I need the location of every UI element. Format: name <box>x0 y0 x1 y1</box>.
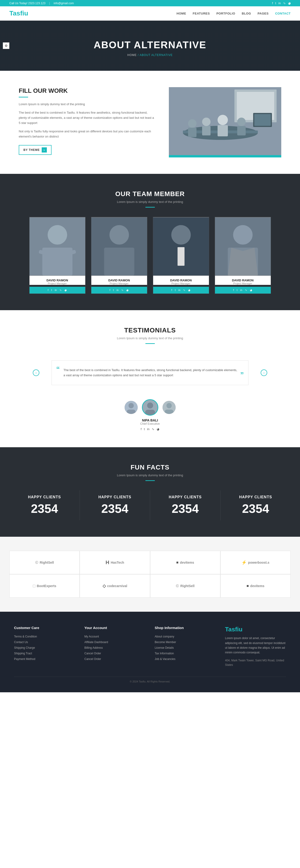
fill-work-body1: The best of the best is combined in Tasf… <box>19 110 155 126</box>
team-cards: DAVID RAMON Project Manager f t in ∿ ◕ <box>9 217 291 294</box>
footer-link-my-account[interactable]: My Account <box>84 634 145 638</box>
fact-1-label: HAPPY CLIENTS <box>14 495 75 499</box>
partner-2: H HasTech <box>79 551 150 574</box>
team-card-4-role: Project Manager <box>217 282 268 285</box>
social-t-icon[interactable]: t <box>237 289 237 292</box>
social-fb-icon[interactable]: f <box>141 427 142 431</box>
svg-point-37 <box>147 402 153 409</box>
testimonials-title: TESTIMONIALS <box>19 327 281 334</box>
fact-2: HAPPY CLIENTS 2354 <box>80 490 151 520</box>
social-rss-icon[interactable]: ∿ <box>60 289 62 292</box>
social-in-icon[interactable]: in <box>55 289 57 292</box>
svg-point-34 <box>128 403 133 408</box>
social-p-icon[interactable]: ◕ <box>188 289 190 292</box>
testimonial-person: NIPA BALI Chief Executive f t in ∿ ◕ <box>19 418 281 431</box>
social-rss-icon[interactable]: ∿ <box>183 289 185 292</box>
footer-link-cancel-order-2[interactable]: Cancel Order <box>84 657 145 661</box>
svg-rect-38 <box>145 410 155 415</box>
partners-grid: © RightSell H HasTech ■ devitems ⚡ power… <box>9 551 291 598</box>
nav-home[interactable]: HOME <box>176 11 186 15</box>
testimonial-person-name: NIPA BALI <box>19 418 281 422</box>
social-t-icon[interactable]: t <box>144 427 145 431</box>
social-in-icon[interactable]: in <box>147 427 149 431</box>
social-fb-icon[interactable]: f <box>110 289 110 292</box>
nav-features[interactable]: FEATURES <box>193 11 210 15</box>
social-in-icon[interactable]: in <box>240 289 242 292</box>
main-nav: HOME FEATURES PORTFOLIO BLOG PAGES CONTA… <box>176 11 291 15</box>
rss-icon[interactable]: ∿ <box>283 1 286 5</box>
social-fb-icon[interactable]: f <box>233 289 234 292</box>
footer-link-license[interactable]: License Details <box>155 646 216 649</box>
team-card-3-social: f t in ∿ ◕ <box>153 287 209 293</box>
testimonial-prev-button[interactable]: ‹ <box>33 369 39 376</box>
social-p-icon[interactable]: ◕ <box>157 427 159 431</box>
logo[interactable]: Tasfiu <box>9 10 28 17</box>
testimonials-section: TESTIMONIALS Lorem Ipsum is simply dummy… <box>0 310 300 447</box>
nav-pages[interactable]: PAGES <box>258 11 269 15</box>
footer-link-become-member[interactable]: Become Member <box>155 640 216 644</box>
social-p-icon[interactable]: ◕ <box>250 289 252 292</box>
fact-3: HAPPY CLIENTS 2354 <box>150 490 221 520</box>
footer-link-payment[interactable]: Payment Method <box>14 657 75 661</box>
fact-2-label: HAPPY CLIENTS <box>85 495 145 499</box>
fill-work-section: FILL OUR WORK Lorem Ipsum is simply dumm… <box>0 71 300 174</box>
by-theme-button[interactable]: BY THEME › <box>19 145 52 155</box>
social-rss-icon[interactable]: ∿ <box>245 289 247 292</box>
fun-facts-subtitle: Lorem Ipsum is simply dummy text of the … <box>9 473 291 477</box>
footer-link-shipping-charge[interactable]: Shipping Charge <box>14 646 75 649</box>
footer-link-tax[interactable]: Tax Information <box>155 651 216 655</box>
footer-link-terms[interactable]: Terms & Condition <box>14 634 75 638</box>
footer-link-affiliate-dashboard[interactable]: Affiliate Dashboard <box>84 640 145 644</box>
top-bar-phone: Call Us Today! 2323.123.123 <box>9 2 45 5</box>
team-card-3-info: DAVID RAMON Project Manager <box>153 276 209 285</box>
nav-contact[interactable]: CONTACT <box>275 11 291 15</box>
twitter-icon[interactable]: t <box>275 1 276 5</box>
social-in-icon[interactable]: in <box>178 289 180 292</box>
footer-link-jobs[interactable]: Job & Vacancies <box>155 657 216 661</box>
team-subtitle: Lorem Ipsum is simply dummy text of the … <box>9 200 291 204</box>
nav-portfolio[interactable]: PORTFOLIO <box>216 11 235 15</box>
partner-4-icon: ⚡ <box>241 560 246 565</box>
partner-5: □ BootExperts <box>9 574 79 598</box>
social-p-icon[interactable]: ◕ <box>64 289 67 292</box>
testimonials-subtitle: Lorem Ipsum is simply dummy text of the … <box>19 336 281 340</box>
arrow-icon: › <box>42 147 47 153</box>
linkedin-icon[interactable]: in <box>278 1 281 5</box>
svg-rect-6 <box>188 128 197 137</box>
top-bar-left: Call Us Today! 2323.123.123 | info@gmail… <box>9 2 74 5</box>
social-t-icon[interactable]: t <box>175 289 176 292</box>
footer-customer-care: Customer Care Terms & Condition Contact … <box>14 626 75 667</box>
social-in-icon[interactable]: in <box>116 289 119 292</box>
pinterest-icon[interactable]: ◕ <box>288 1 291 5</box>
social-p-icon[interactable]: ◕ <box>126 289 129 292</box>
footer-link-billing[interactable]: Billing Address <box>84 646 145 649</box>
logo-rest: fiu <box>20 10 28 17</box>
breadcrumb-home[interactable]: HOME <box>127 54 137 57</box>
footer-link-shipping-tract[interactable]: Shipping Tract <box>14 651 75 655</box>
nav-blog[interactable]: BLOG <box>242 11 251 15</box>
partner-8-name: devitems <box>250 584 264 588</box>
team-card-1-image <box>30 217 85 276</box>
partner-2-name: HasTech <box>111 561 124 564</box>
footer-link-about-company[interactable]: About company <box>155 634 216 638</box>
testimonial-next-button[interactable]: › <box>261 369 267 376</box>
footer-link-contact-us[interactable]: Contact Us <box>14 640 75 644</box>
testimonial-person-social: f t in ∿ ◕ <box>19 427 281 431</box>
partner-6-name: codecarnival <box>107 584 127 588</box>
social-t-icon[interactable]: t <box>113 289 114 292</box>
social-rss-icon[interactable]: ∿ <box>152 427 154 431</box>
footer-copyright: © 2024 Tasfiu. All Rights Reserved. <box>130 680 170 683</box>
social-fb-icon[interactable]: f <box>171 289 172 292</box>
fact-2-number: 2354 <box>85 502 145 516</box>
team-card-2-social: f t in ∿ ◕ <box>91 287 147 293</box>
social-rss-icon[interactable]: ∿ <box>121 289 124 292</box>
fact-3-label: HAPPY CLIENTS <box>155 495 216 499</box>
fun-facts-section: FUN FACTS Lorem Ipsum is simply dummy te… <box>0 447 300 537</box>
footer-link-cancel-order-1[interactable]: Cancel Order <box>84 651 145 655</box>
settings-icon[interactable]: ⚙ <box>3 42 9 49</box>
facebook-icon[interactable]: f <box>272 1 273 5</box>
social-fb-icon[interactable]: f <box>48 289 48 292</box>
svg-rect-41 <box>165 410 173 414</box>
social-t-icon[interactable]: t <box>51 289 52 292</box>
testimonial-person-role: Chief Executive <box>19 422 281 426</box>
